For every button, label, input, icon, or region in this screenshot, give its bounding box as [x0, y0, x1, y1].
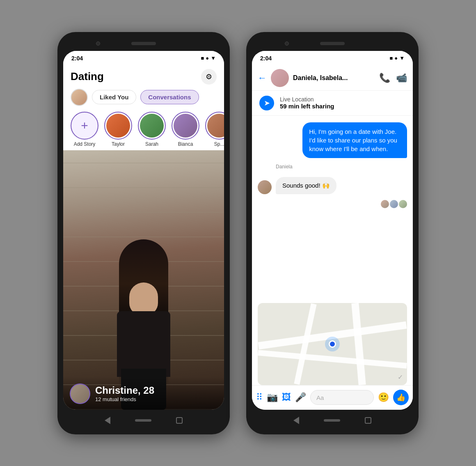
wifi-icon-2: ▼ — [399, 55, 405, 61]
like-send-button[interactable]: 👍 — [393, 390, 409, 405]
location-dot — [325, 337, 340, 351]
call-button[interactable]: 📞 — [379, 73, 390, 83]
profile-name: Christine, 28 — [95, 385, 154, 396]
battery-icon: ■ — [201, 55, 204, 61]
phone-top-bar-2 — [252, 38, 413, 49]
recents-nav-button-1[interactable] — [176, 417, 183, 424]
home-nav-button-1[interactable] — [135, 419, 151, 422]
camera-icon[interactable]: 📷 — [267, 392, 278, 403]
add-story-item[interactable]: + Add Story — [71, 112, 98, 147]
phone-messenger: 2:04 ■ ● ▼ ← Daniela, Isabela... 📞 📹 ➤ L… — [246, 32, 419, 434]
messenger-header: ← Daniela, Isabela... 📞 📹 — [252, 66, 413, 91]
seen-avatar-3 — [399, 200, 407, 208]
photo-icon[interactable]: 🖼 — [282, 392, 291, 403]
live-location-title: Live Location — [280, 96, 334, 103]
phone-dating: 2:04 ■ ● ▼ Dating ⚙ Liked You Conversati… — [57, 32, 230, 434]
conversations-tab[interactable]: Conversations — [140, 90, 199, 104]
signal-icon: ● — [206, 55, 209, 61]
input-placeholder: Aa — [316, 394, 324, 401]
story-bianca[interactable]: Bianca — [172, 112, 199, 147]
outgoing-message: Hi, I'm going on a date with Joe. I'd li… — [302, 122, 407, 158]
map-road-v2 — [351, 303, 366, 385]
story-ring-taylor — [104, 112, 132, 140]
recents-nav-button-2[interactable] — [365, 417, 371, 424]
user-avatar-tab[interactable] — [71, 89, 88, 106]
stories-row: + Add Story Taylor Sarah — [63, 108, 224, 150]
add-story-circle[interactable]: + — [71, 112, 98, 140]
dating-title: Dating — [71, 70, 104, 83]
mic-icon[interactable]: 🎤 — [295, 392, 306, 403]
speaker-2 — [320, 42, 345, 45]
message-input[interactable]: Aa — [310, 390, 374, 405]
location-dot-outer — [325, 337, 340, 351]
seen-avatar-1 — [381, 200, 389, 208]
story-img-sp — [207, 114, 224, 138]
status-time-1: 2:04 — [71, 55, 83, 62]
back-nav-button-2[interactable] — [293, 417, 299, 424]
chat-input-bar: ⠿ 📷 🖼 🎤 Aa 🙂 👍 — [252, 385, 413, 410]
story-ring-bianca — [172, 112, 199, 140]
map-road-h2 — [258, 350, 407, 369]
status-bar-2: 2:04 ■ ● ▼ — [252, 51, 413, 66]
story-img-bianca — [174, 114, 197, 138]
emoji-icon[interactable]: 🙂 — [378, 392, 389, 403]
status-icons-1: ■ ● ▼ — [201, 55, 216, 61]
video-call-button[interactable]: 📹 — [396, 73, 407, 83]
conversation-avatar — [271, 69, 289, 87]
front-camera-2 — [285, 41, 289, 46]
plus-icon: + — [81, 119, 88, 132]
phone-bottom-bar-1 — [63, 412, 224, 429]
location-icon: ➤ — [259, 96, 274, 110]
story-label-sarah: Sarah — [145, 141, 158, 147]
front-camera-1 — [96, 41, 100, 46]
map-checkmark: ✓ — [398, 373, 403, 381]
back-nav-button-1[interactable] — [105, 417, 110, 424]
seen-avatars — [381, 200, 407, 208]
wifi-icon: ▼ — [211, 55, 216, 61]
status-bar-1: 2:04 ■ ● ▼ — [63, 51, 224, 66]
profile-info-overlay: Christine, 28 12 mutual friends — [63, 377, 224, 410]
chat-area: Hi, I'm going on a date with Joe. I'd li… — [252, 116, 413, 303]
story-label-bianca: Bianca — [178, 141, 193, 147]
back-button[interactable]: ← — [258, 73, 267, 83]
seen-avatar-2 — [390, 200, 398, 208]
profile-mutual: 12 mutual friends — [95, 396, 154, 402]
story-label-taylor: Taylor — [112, 141, 125, 147]
incoming-message-group: Sounds good! 🙌 — [258, 177, 407, 194]
story-taylor[interactable]: Taylor — [104, 112, 132, 147]
conversation-name: Daniela, Isabela... — [293, 74, 375, 82]
live-location-banner[interactable]: ➤ Live Location 59 min left sharing — [252, 91, 413, 116]
profile-mini-avatar — [70, 383, 90, 404]
status-icons-2: ■ ● ▼ — [389, 55, 405, 61]
profile-image-area: Christine, 28 12 mutual friends — [63, 150, 224, 410]
story-sp[interactable]: Sp... — [205, 112, 224, 147]
story-label-sp: Sp... — [214, 141, 224, 147]
incoming-message: Sounds good! 🙌 — [276, 177, 336, 194]
profile-card[interactable]: Christine, 28 12 mutual friends — [63, 150, 224, 410]
story-ring-sp — [205, 112, 224, 140]
tabs-row: Liked You Conversations — [63, 86, 224, 108]
speaker-1 — [131, 42, 156, 45]
dating-header: Dating ⚙ — [63, 66, 224, 86]
daniela-avatar — [258, 180, 272, 194]
messenger-screen: 2:04 ■ ● ▼ ← Daniela, Isabela... 📞 📹 ➤ L… — [252, 51, 413, 410]
message-sender-name: Daniela — [276, 164, 407, 170]
person-silhouette — [63, 150, 224, 410]
liked-you-tab[interactable]: Liked You — [92, 90, 136, 104]
apps-icon[interactable]: ⠿ — [256, 392, 263, 403]
story-sarah[interactable]: Sarah — [138, 112, 166, 147]
header-actions: 📞 📹 — [379, 73, 407, 83]
story-img-taylor — [106, 114, 130, 138]
settings-button[interactable]: ⚙ — [201, 69, 217, 85]
signal-icon-2: ● — [394, 55, 398, 61]
live-location-text: Live Location 59 min left sharing — [280, 96, 334, 110]
battery-icon-2: ■ — [389, 55, 393, 61]
home-nav-button-2[interactable] — [324, 419, 340, 422]
phone-bottom-bar-2 — [252, 412, 413, 429]
dating-screen: 2:04 ■ ● ▼ Dating ⚙ Liked You Conversati… — [63, 51, 224, 410]
story-img-sarah — [140, 114, 164, 138]
status-time-2: 2:04 — [260, 55, 272, 62]
location-dot-inner — [329, 340, 336, 348]
story-ring-sarah — [138, 112, 166, 140]
live-location-map[interactable]: ✓ — [258, 303, 407, 385]
